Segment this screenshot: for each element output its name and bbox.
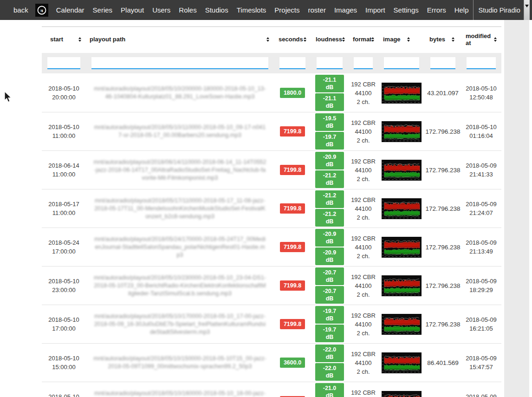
sort-icon[interactable] xyxy=(304,36,306,43)
format-samplerate: 44100 xyxy=(348,204,378,213)
filter-bytes-input[interactable] xyxy=(430,57,455,69)
chevron-down-icon[interactable] xyxy=(524,0,530,20)
start-cell: 2018-05-10 20:00:00 xyxy=(42,74,86,112)
format-bitrate: 192 CBR xyxy=(348,234,378,243)
bytes-cell: 172.796.238 xyxy=(425,228,461,267)
waveform-image[interactable] xyxy=(382,198,422,219)
seconds-badge: 7199.8 xyxy=(280,126,305,137)
seconds-cell: 7199.8 xyxy=(274,228,311,267)
column-header-modified-at[interactable]: modified at xyxy=(461,27,501,52)
filter-start-input[interactable] xyxy=(47,57,80,69)
playout-path-cell: mnt/autoradio/playout/2018/05/10/230000-… xyxy=(86,267,274,305)
start-cell: 2018-05-10 23:00:00 xyxy=(42,267,86,305)
loudness-badge-bottom: -21.2 dB xyxy=(315,209,344,227)
nav-item-help[interactable]: Help xyxy=(450,6,473,14)
start-cell: 2018-05-10 11:00:00 xyxy=(42,112,86,151)
table-row: 2018-05-10 16:00:00 mnt/autoradio/playou… xyxy=(42,382,501,397)
column-header-playout-path[interactable]: playout path xyxy=(86,27,274,52)
start-time: 23:00:00 xyxy=(42,286,86,294)
seconds-cell: 3599.9 xyxy=(274,382,311,397)
image-cell xyxy=(378,267,425,305)
waveform-image[interactable] xyxy=(382,314,422,335)
nav-item-roster[interactable]: roster xyxy=(304,6,330,14)
table-row: 2018-05-24 17:00:00 mnt/autoradio/playou… xyxy=(42,228,501,267)
nav-item-projects[interactable]: Projects xyxy=(270,6,304,14)
nav-item-timeslots[interactable]: Timeslots xyxy=(233,6,271,14)
image-cell xyxy=(378,228,425,267)
loudness-badge-bottom: -21.2 dB xyxy=(315,170,344,188)
nav-item-studios[interactable]: Studios xyxy=(201,6,233,14)
waveform-image[interactable] xyxy=(382,391,422,397)
logo-icon[interactable]: π xyxy=(35,4,48,17)
seconds-cell: 7199.8 xyxy=(274,112,311,151)
nav-item-back[interactable]: back xyxy=(9,6,32,14)
nav-item-images[interactable]: Images xyxy=(330,6,361,14)
nav-left-group: back π CalendarSeriesPlayoutUsersRolesSt… xyxy=(0,0,473,20)
column-header-image[interactable]: image xyxy=(378,27,425,52)
format-channels: 2 ch. xyxy=(348,98,378,106)
filter-seconds-input[interactable] xyxy=(279,57,305,69)
nav-item-import[interactable]: Import xyxy=(361,6,389,14)
studio-select[interactable]: Studio Piradio xyxy=(474,0,530,20)
format-cell: 192 CBR 44100 2 ch. xyxy=(348,382,378,397)
filter-format-input[interactable] xyxy=(354,57,373,69)
nav-item-playout[interactable]: Playout xyxy=(117,6,148,14)
sort-icon[interactable] xyxy=(407,36,410,43)
seconds-badge: 3600.0 xyxy=(280,358,305,368)
column-header-seconds[interactable]: seconds xyxy=(274,27,311,52)
table-row: 2018-05-17 11:00:00 mnt/autoradio/playou… xyxy=(42,189,501,228)
nav-item-settings[interactable]: Settings xyxy=(389,6,423,14)
format-samplerate: 44100 xyxy=(348,127,378,136)
bytes-cell: 172.796.238 xyxy=(425,151,461,189)
start-time: 20:00:00 xyxy=(42,93,86,102)
nav-item-errors[interactable]: Errors xyxy=(423,6,450,14)
waveform-image[interactable] xyxy=(382,121,422,142)
format-cell: 192 CBR 44100 2 ch. xyxy=(348,228,378,267)
waveform-image[interactable] xyxy=(382,83,422,104)
seconds-badge: 7199.8 xyxy=(280,319,305,329)
column-header-bytes[interactable]: bytes xyxy=(425,27,461,52)
filter-modified-at-input[interactable] xyxy=(467,57,496,69)
format-samplerate: 44100 xyxy=(348,320,378,329)
loudness-badge-top: -21.2 dB xyxy=(315,190,344,208)
sort-icon[interactable] xyxy=(452,36,454,43)
seconds-cell: 3600.0 xyxy=(274,344,311,382)
start-time: 11:00:00 xyxy=(42,170,86,179)
seconds-badge: 7199.8 xyxy=(280,203,305,214)
sort-icon[interactable] xyxy=(494,36,497,43)
loudness-badge-top: -20.9 dB xyxy=(315,229,344,247)
bytes-cell: 43.201.097 xyxy=(425,74,461,112)
nav-item-roles[interactable]: Roles xyxy=(175,6,201,14)
column-header-loudness[interactable]: loudness xyxy=(311,27,348,52)
sort-icon[interactable] xyxy=(342,36,345,43)
waveform-image[interactable] xyxy=(382,275,422,296)
sort-icon[interactable] xyxy=(371,36,374,43)
filter-loudness-input[interactable] xyxy=(317,57,343,69)
modified-at-cell: 2018-05-09 15:47:57 xyxy=(461,344,501,382)
right-background-strip xyxy=(504,20,529,397)
nav-item-series[interactable]: Series xyxy=(89,6,117,14)
sort-icon[interactable] xyxy=(266,36,269,43)
playout-path-cell: mnt/autoradio/playout/2018/06/14/110000-… xyxy=(86,151,274,189)
nav-menu: CalendarSeriesPlayoutUsersRolesStudiosTi… xyxy=(52,6,473,14)
format-channels: 2 ch. xyxy=(348,329,378,338)
waveform-image[interactable] xyxy=(382,352,422,373)
filter-playout-path-input[interactable] xyxy=(91,57,268,69)
format-cell: 192 CBR 44100 2 ch. xyxy=(348,344,378,382)
modified-at-cell: 2018-05-09 18:29:29 xyxy=(461,267,501,305)
modified-time: 15:47:57 xyxy=(461,363,501,371)
waveform-image[interactable] xyxy=(382,237,422,258)
waveform-image[interactable] xyxy=(382,160,422,181)
format-bitrate: 192 CBR xyxy=(348,118,378,127)
column-header-format[interactable]: format xyxy=(348,27,378,52)
filter-image-input[interactable] xyxy=(384,57,419,69)
playout-path-cell: mnt/autoradio/playout/2018/05/10/110000-… xyxy=(86,112,274,151)
nav-item-users[interactable]: Users xyxy=(148,6,175,14)
start-date: 2018-05-24 xyxy=(42,238,86,247)
project-select[interactable]: Project 88vier xyxy=(530,0,532,20)
column-header-start[interactable]: start xyxy=(42,27,86,52)
modified-time: 18:29:29 xyxy=(461,286,501,294)
nav-item-calendar[interactable]: Calendar xyxy=(52,6,89,14)
modified-date: 2018-05-09 xyxy=(461,354,501,363)
sort-icon[interactable] xyxy=(78,36,81,43)
